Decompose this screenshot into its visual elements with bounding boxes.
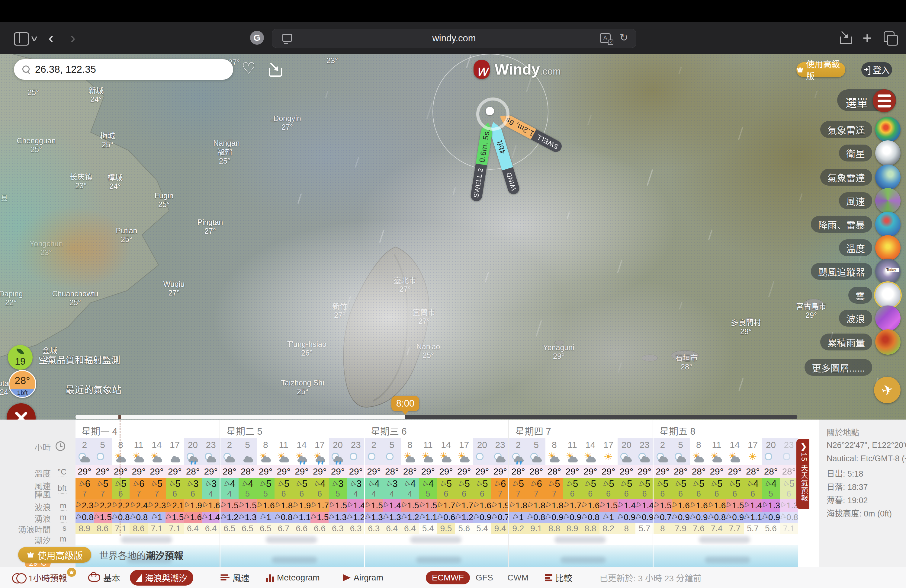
row-unit-tide[interactable]: m — [60, 534, 67, 544]
forecast-table[interactable]: 星期一 42581114172023☀☀☀29°29°29°29°29°29°2… — [0, 419, 819, 567]
hour-cell[interactable]: 17 — [455, 438, 473, 452]
hour-cell[interactable]: 17 — [166, 438, 184, 452]
radar-thumbnail-icon[interactable] — [875, 117, 901, 142]
hour-cell[interactable]: 5 — [239, 438, 257, 452]
layer-item-radar[interactable]: 氣象雷達 — [737, 117, 906, 142]
layer-item-more[interactable]: 更多圖層...... — [737, 355, 906, 380]
radar-plus-thumbnail-icon[interactable] — [875, 164, 901, 190]
browser-share-button[interactable] — [840, 30, 852, 44]
layer-item-clouds[interactable]: 雲 — [737, 282, 906, 308]
tab-airgram[interactable]: Airgram — [343, 567, 383, 588]
hour-cell[interactable]: 17 — [744, 438, 762, 452]
wind-thumbnail-icon[interactable] — [875, 188, 901, 214]
tab-basic[interactable]: 基本 — [88, 567, 120, 588]
hour-cell[interactable]: 17 — [600, 438, 617, 452]
hourly-forecast-toggle[interactable]: 1小時預報 — [12, 567, 67, 588]
premium-pill-button[interactable]: 使用高級版 — [18, 547, 91, 563]
hour-cell[interactable]: 11 — [129, 438, 148, 452]
hour-cell[interactable]: 14 — [581, 438, 600, 452]
weather-station-badge[interactable]: 28°1bft — [8, 370, 36, 398]
layer-item-rain-accum[interactable]: 累積雨量 — [737, 329, 906, 355]
layer-item-temp[interactable]: 溫度 — [737, 235, 906, 260]
rain-accum-thumbnail-icon[interactable] — [875, 329, 901, 355]
layer-item-satellite[interactable]: 衛星 — [737, 140, 906, 166]
hour-cell[interactable]: 2 — [75, 438, 94, 452]
hour-cell[interactable]: 20 — [617, 438, 636, 452]
model-ecmwf[interactable]: ECMWF — [426, 567, 470, 588]
hour-cell[interactable]: 20 — [762, 438, 780, 452]
row-unit-temp[interactable]: °C — [58, 467, 67, 477]
menu-hamburger-button[interactable] — [873, 89, 896, 112]
hour-cell[interactable]: 8 — [112, 438, 130, 452]
hour-cell[interactable]: 14 — [293, 438, 311, 452]
hour-cell[interactable]: 8 — [690, 438, 708, 452]
row-unit-swell[interactable]: m — [60, 513, 67, 523]
tab-meteogram[interactable]: Meteogram — [266, 567, 320, 588]
reload-icon[interactable]: ↻ — [620, 31, 628, 43]
hour-cell[interactable]: 11 — [419, 438, 437, 452]
layer-item-rain[interactable]: 降雨、雷暴 — [737, 212, 906, 237]
hour-cell[interactable]: 2 — [654, 438, 672, 452]
model-cwm[interactable]: CWM — [507, 567, 528, 588]
hour-cell[interactable]: 23 — [635, 438, 654, 452]
url-text[interactable]: windy.com — [272, 33, 636, 44]
hour-cell[interactable]: 11 — [274, 438, 293, 452]
favorite-heart-icon[interactable]: ♡ — [242, 59, 256, 77]
hour-cell[interactable]: 5 — [672, 438, 690, 452]
hour-cell[interactable]: 2 — [509, 438, 527, 452]
fifteen-day-forecast-ribbon[interactable]: ❯ 15 天天氣預報 — [796, 439, 809, 509]
picker-ring[interactable] — [476, 97, 509, 131]
model-gfs[interactable]: GFS — [476, 567, 493, 588]
forward-button[interactable]: › — [70, 29, 75, 47]
hour-cell[interactable]: 11 — [563, 438, 581, 452]
hour-cell[interactable]: 8 — [546, 438, 563, 452]
rain-thumbnail-icon[interactable] — [875, 212, 901, 237]
hour-cell[interactable]: 14 — [148, 438, 166, 452]
hour-cell[interactable]: 23 — [780, 438, 798, 452]
layer-item-waves[interactable]: 波浪 — [737, 306, 906, 331]
layer-item-radar-plus[interactable]: 氣象雷達 — [737, 164, 906, 190]
location-share-icon[interactable] — [269, 62, 281, 77]
clouds-thumbnail-icon[interactable] — [875, 282, 901, 308]
row-unit-period[interactable]: s — [62, 523, 67, 533]
timeline-time-bubble[interactable]: 8:00 — [391, 396, 419, 411]
hour-cell[interactable]: 23 — [202, 438, 220, 452]
tab-wind[interactable]: 風速 — [220, 567, 249, 588]
satellite-thumbnail-icon[interactable] — [875, 140, 901, 166]
hour-cell[interactable]: 8 — [401, 438, 419, 452]
hour-cell[interactable]: 20 — [473, 438, 491, 452]
back-button[interactable]: ‹ — [48, 29, 54, 47]
login-button[interactable]: 登入 — [861, 62, 892, 77]
timeline-track-past[interactable] — [75, 415, 405, 419]
reader-icon[interactable] — [282, 34, 292, 41]
hour-cell[interactable]: 14 — [437, 438, 455, 452]
hurricane-thumbnail-icon[interactable]: Today — [875, 259, 901, 284]
premium-button[interactable]: 使用高級版 — [796, 62, 845, 77]
hour-cell[interactable]: 2 — [220, 438, 239, 452]
hour-cell[interactable]: 11 — [708, 438, 726, 452]
row-unit-waves[interactable]: m — [60, 501, 67, 511]
hour-cell[interactable]: 14 — [726, 438, 744, 452]
row-unit-wind[interactable]: bft — [58, 484, 67, 494]
address-bar[interactable]: windy.com A ↻ — [272, 29, 636, 48]
air-quality-badge[interactable]: 19 — [8, 345, 33, 370]
timeline-track-future[interactable] — [405, 415, 797, 419]
tabs-overview-button[interactable] — [884, 31, 895, 42]
hour-cell[interactable]: 8 — [257, 438, 275, 452]
flight-mode-button[interactable]: ✈ — [874, 377, 901, 403]
hour-cell[interactable]: 5 — [94, 438, 112, 452]
hour-cell[interactable]: 23 — [347, 438, 365, 452]
hour-cell[interactable]: 5 — [527, 438, 546, 452]
translate-icon[interactable]: A — [600, 33, 611, 43]
chevron-down-icon[interactable]: ∨ — [30, 34, 39, 43]
hour-cell[interactable]: 17 — [311, 438, 329, 452]
tab-waves-tides[interactable]: 海浪與潮汐 — [130, 567, 193, 588]
waves-thumbnail-icon[interactable] — [875, 306, 901, 331]
hour-cell[interactable]: 2 — [365, 438, 383, 452]
picker-dot[interactable] — [486, 107, 494, 115]
search-input[interactable]: 26.38, 122.35 — [14, 59, 233, 80]
layer-item-hurricane[interactable]: 颶風追蹤器Today — [737, 259, 906, 284]
tab-compare[interactable]: 比較 — [545, 567, 572, 588]
hour-cell[interactable]: 5 — [383, 438, 401, 452]
new-tab-button[interactable]: + — [863, 29, 872, 47]
